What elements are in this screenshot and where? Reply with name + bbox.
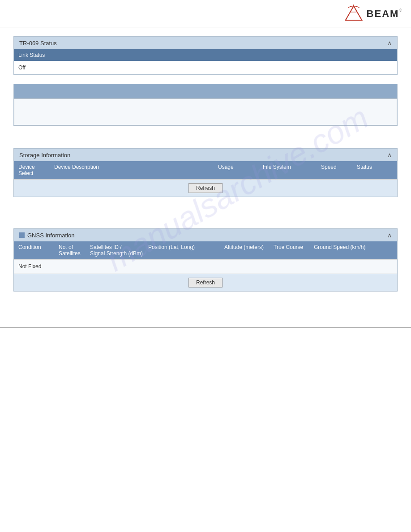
storage-refresh-row: Refresh — [14, 179, 397, 197]
storage-panel-header[interactable]: Storage Information ∧ — [14, 149, 397, 161]
svg-marker-0 — [345, 6, 362, 21]
logo-text: BEAM — [367, 8, 399, 20]
gnss-refresh-button[interactable]: Refresh — [188, 278, 223, 287]
gnss-status-icon — [19, 232, 25, 238]
storage-col-status: Status — [357, 164, 393, 176]
gnss-col-sat-id: Satellites ID / Signal Strength (dBm) — [90, 244, 148, 257]
footer-divider — [0, 327, 411, 328]
storage-col-device-desc: Device Description — [54, 164, 218, 176]
gnss-panel: GNSS Information ∧ Condition No. of Sate… — [13, 228, 398, 292]
gnss-data-row: Not Fixed — [14, 259, 397, 274]
gnss-position-value — [148, 263, 224, 270]
gnss-satellites-value — [59, 263, 90, 270]
tr069-link-status-value: Off — [14, 61, 397, 74]
storage-panel-title: Storage Information — [19, 152, 70, 159]
tr069-panel: TR-069 Status ∧ Link Status Off — [13, 36, 398, 75]
gnss-panel-title: GNSS Information — [27, 232, 75, 239]
logo-trademark: ® — [399, 8, 402, 13]
header: BEAM ® — [0, 0, 411, 27]
gnss-sat-id-value — [90, 263, 148, 270]
beam-logo-icon — [342, 4, 365, 23]
tr069-collapse-icon[interactable]: ∧ — [387, 39, 392, 47]
gnss-condition-value: Not Fixed — [18, 263, 59, 270]
storage-table-header: Device Select Device Description Usage F… — [14, 161, 397, 179]
gnss-altitude-value — [224, 263, 274, 270]
gnss-course-value — [274, 263, 314, 270]
storage-refresh-button[interactable]: Refresh — [188, 183, 223, 193]
gnss-refresh-row: Refresh — [14, 274, 397, 291]
gnss-col-groundspeed: Ground Speed (km/h) — [314, 244, 393, 250]
spacer1 — [13, 135, 398, 148]
gnss-panel-header[interactable]: GNSS Information ∧ — [14, 229, 397, 241]
gnss-groundspeed-value — [314, 263, 393, 270]
gnss-col-condition: Condition — [18, 244, 59, 250]
storage-col-filesystem: File System — [263, 164, 321, 176]
storage-col-usage: Usage — [218, 164, 263, 176]
spacer2 — [13, 206, 398, 228]
gnss-col-position: Position (Lat, Long) — [148, 244, 224, 250]
storage-collapse-icon[interactable]: ∧ — [387, 151, 392, 159]
gnss-col-altitude: Altitude (meters) — [224, 244, 274, 250]
storage-col-speed: Speed — [321, 164, 357, 176]
storage-col-device-select: Device Select — [18, 164, 54, 176]
blank-panel-header — [14, 84, 397, 99]
blank-panel — [13, 84, 398, 126]
tr069-panel-header[interactable]: TR-069 Status ∧ — [14, 37, 397, 49]
main-content: TR-069 Status ∧ Link Status Off Storage … — [0, 27, 411, 309]
blank-panel-body — [14, 99, 397, 125]
tr069-panel-title: TR-069 Status — [19, 40, 57, 47]
tr069-link-status-label: Link Status — [14, 49, 397, 61]
gnss-col-satellites: No. of Satellites — [59, 244, 90, 257]
gnss-collapse-icon[interactable]: ∧ — [387, 232, 392, 239]
logo: BEAM ® — [342, 4, 402, 23]
gnss-col-course: True Course — [274, 244, 314, 250]
storage-panel: Storage Information ∧ Device Select Devi… — [13, 148, 398, 197]
gnss-table-header: Condition No. of Satellites Satellites I… — [14, 241, 397, 259]
